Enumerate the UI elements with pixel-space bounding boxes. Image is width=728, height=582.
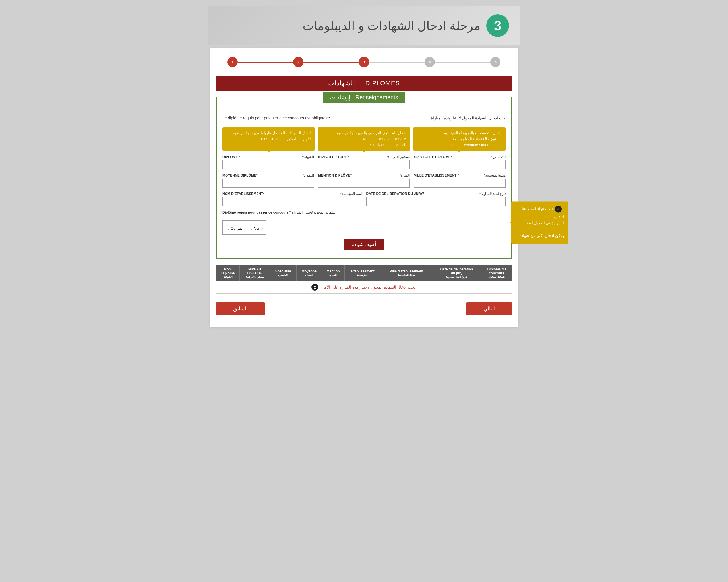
date-label-ar: تارع لجنة المداولاة* [478, 192, 505, 196]
form-group-nom-etab: NOM D'ETABLISSEMENT* اسم المؤسسة* [223, 192, 362, 206]
th-nom-diplome: NomDiplôme الشهادة [216, 265, 240, 281]
specialite-label-fr: SPECIALITE DIPLÔME* [414, 155, 452, 159]
moyenne-input[interactable] [223, 179, 314, 188]
form-group-ville: VILLE D'ETABLISSEMENT * مدينةالمؤسسة* [414, 174, 505, 188]
warning-text: يجب ادخال الشهادة المخول لاجتياز هذه الم… [322, 285, 417, 289]
ville-label-ar: مدينةالمؤسسة* [484, 174, 505, 178]
step-number: 3 [486, 14, 509, 37]
info-text-fr: Le diplôme requis pour postuler à ce con… [223, 116, 364, 120]
side-tooltip: 2 عند الانتهاء اضغط هنا لتضفيف الشهادة ف… [511, 201, 568, 244]
side-tooltip-badge: 2 [555, 206, 562, 212]
tooltip-middle: إدخال المستوى الدراسي بالعربية أو الفرنس… [318, 127, 410, 151]
moyenne-label-ar: المعدل* [303, 174, 314, 178]
step-node-3[interactable]: 3 [359, 57, 369, 67]
page-title: مرحلة ادخال الشهادات و الديبلومات [303, 19, 480, 33]
side-tooltip-line3: يمكن ادخال اكثر من شهادة [519, 234, 564, 238]
table-section: NomDiplôme الشهادة NIVEAUD'ETUDE مستوى ا… [216, 265, 512, 294]
radio-options: Oui نعم Non لا [226, 226, 263, 231]
next-button[interactable]: التالي [466, 302, 512, 315]
header: مرحلة ادخال الشهادات و الديبلومات 3 [208, 6, 520, 46]
form-group-moyenne: MOYENNE DIPLÔME* المعدل* [223, 174, 314, 188]
diplome-label-fr: DIPLÔME * [223, 155, 240, 159]
step-node-2[interactable]: 2 [293, 57, 304, 67]
diplome-label-ar: الشهادة* [302, 155, 314, 159]
radio-oui[interactable]: Oui نعم [226, 226, 243, 231]
th-moyenne: Moyenne المعدل [296, 265, 322, 281]
step-connector-1-2 [238, 62, 293, 62]
nom-etab-label-fr: NOM D'ETABLISSEMENT* [223, 192, 264, 196]
tooltip-row: ادخال الشهادات المحصل عليها بالعربية او … [223, 127, 505, 151]
th-specialite: Specialite التخصص [270, 265, 296, 281]
specialite-label-ar: التخصص * [491, 155, 505, 159]
form-row-1: DIPLÔME * الشهادة* NIVEAU D'ETUDE * مستو… [223, 155, 505, 169]
mention-input[interactable] [318, 179, 410, 188]
tooltip-right: إدخال التخصصات بالعربية أو الفرنسية القا… [413, 127, 505, 151]
niveau-input[interactable] [318, 160, 410, 169]
form-row-4: Diplôme requis pour passer ce concours* … [223, 210, 505, 235]
step-connector-4-5 [435, 62, 490, 62]
renseignements-title: إرشادات Renseignements [323, 91, 405, 103]
progress-bar-section: 1 2 3 4 5 [210, 48, 518, 76]
moyenne-label-fr: MOYENNE DIPLÔME* [223, 174, 257, 178]
main-card: 1 2 3 4 5 الشهادات DIPLÔMES إرشادات Re [210, 48, 518, 327]
th-mention: Mention الميزة [322, 265, 344, 281]
th-niveau: NIVEAUD'ETUDE مستوى الدراسة [240, 265, 270, 281]
table-warning-cell: 2 يجب ادخال الشهادة المخول لاجتياز هذه ا… [216, 281, 512, 294]
ville-input[interactable] [414, 179, 505, 188]
date-label-fr: DATE DE DELIBERATION DU JURY* [366, 192, 424, 196]
ville-label-fr: VILLE D'ETABLISSEMENT * [414, 174, 459, 178]
form-row-2: MOYENNE DIPLÔME* المعدل* MENTION DIPLÔME… [223, 174, 505, 188]
form-row-3: NOM D'ETABLISSEMENT* اسم المؤسسة* DATE D… [223, 192, 505, 206]
diplome-requis-label-fr: Diplôme requis pour passer ce concours* [223, 210, 290, 214]
renseignements-section: إرشادات Renseignements Le diplôme requis… [216, 97, 512, 259]
radio-non-input[interactable] [249, 227, 252, 230]
mention-label-fr: MENTION DIPLÔME* [318, 174, 352, 178]
info-text-ar: جب ادخال الشهادة المخول لاجتياز هذه المب… [364, 116, 505, 120]
mention-label-ar: الميزة* [399, 174, 410, 178]
step-connector-2-3 [304, 62, 359, 62]
form-group-date: DATE DE DELIBERATION DU JURY* تارع لجنة … [366, 192, 506, 206]
diplome-requis-label-ar: الشهادة المخولة لاجتياز المباراة * [290, 210, 336, 214]
form-group-mention: MENTION DIPLÔME* الميزة* [318, 174, 410, 188]
form-group-specialite: SPECIALITE DIPLÔME* التخصص * [414, 155, 505, 169]
th-date: Date de deliberationdu jury تاريخ لجنة ا… [432, 265, 482, 281]
radio-non[interactable]: Non لا [249, 226, 263, 231]
niveau-label-fr: NIVEAU D'ETUDE * [318, 155, 349, 159]
add-diploma-button[interactable]: أضيف شهادة [343, 239, 385, 250]
date-input[interactable] [366, 197, 506, 206]
th-etablissement: Etablissement المؤسسة [345, 265, 381, 281]
th-diplome-concours: Diplôme duconcours شهادة المباراة [482, 265, 512, 281]
form-group-diplome: DIPLÔME * الشهادة* [223, 155, 314, 169]
th-ville: Ville d'etablissement مدينة المؤسسة [381, 265, 432, 281]
step-node-1[interactable]: 1 [228, 57, 238, 67]
step-node-5[interactable]: 5 [490, 57, 500, 67]
nav-buttons: السابق التالي [210, 299, 518, 318]
nom-etab-label-ar: اسم المؤسسة* [340, 192, 362, 196]
step-connector-3-4 [369, 62, 424, 62]
prev-button[interactable]: السابق [216, 302, 265, 315]
table-badge: 2 [311, 284, 318, 291]
progress-track: 1 2 3 4 5 [222, 54, 506, 70]
form-group-niveau: NIVEAU D'ETUDE * مستوى الدراسة* [318, 155, 410, 169]
section-title-bar: الشهادات DIPLÔMES [216, 76, 512, 91]
radio-oui-input[interactable] [226, 227, 229, 230]
specialite-input[interactable] [414, 160, 505, 169]
nom-etab-input[interactable] [223, 197, 362, 206]
table-warning-row: 2 يجب ادخال الشهادة المخول لاجتياز هذه ا… [216, 281, 512, 294]
diplomes-table: NomDiplôme الشهادة NIVEAUD'ETUDE مستوى ا… [216, 265, 512, 294]
niveau-label-ar: مستوى الدراسة* [387, 155, 410, 159]
diplome-input[interactable] [223, 160, 314, 169]
step-node-4[interactable]: 4 [424, 57, 435, 67]
tooltip-left: ادخال الشهادات المحصل عليها بالعربية او … [223, 127, 315, 151]
